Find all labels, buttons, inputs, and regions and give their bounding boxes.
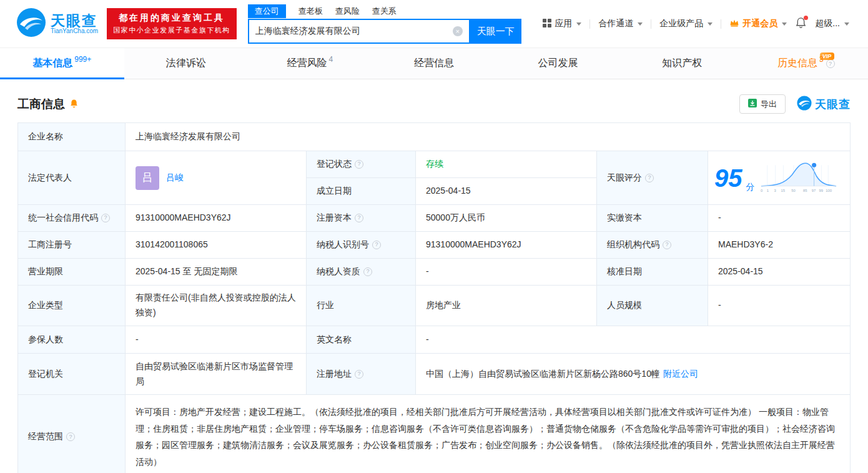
- nav-apps[interactable]: 应用: [543, 18, 581, 29]
- top-header: 天眼查 TianYanCha.com 都在用的商业查询工具 国家中小企业发展子基…: [0, 0, 868, 47]
- label-business-term: 营业期限: [18, 259, 126, 286]
- nav-divider: [589, 19, 590, 29]
- search-tab-risk[interactable]: 查风险: [335, 4, 360, 18]
- nav-user-menu[interactable]: 超级...: [815, 18, 849, 29]
- value-staff-size: -: [708, 286, 850, 326]
- value-english-name: -: [416, 326, 850, 354]
- section-title-text: 工商信息: [17, 96, 65, 112]
- svg-text:15: 15: [781, 188, 785, 192]
- label-paid-capital: 实缴资本: [597, 205, 708, 232]
- svg-text:99: 99: [819, 188, 823, 192]
- nav-open-vip-label: 开通会员: [742, 18, 777, 29]
- nav-apps-label: 应用: [555, 18, 572, 29]
- info-icon[interactable]: [101, 214, 110, 222]
- label-taxpayer-no: 纳税人识别号: [307, 232, 416, 259]
- search-tabs: 查公司 查老板 查风险 查关系: [248, 4, 521, 19]
- notification-bell[interactable]: [795, 17, 807, 31]
- tab-history-info[interactable]: VIP 历史信息 3: [744, 48, 868, 79]
- status-badge: 存续: [426, 157, 443, 172]
- value-business-scope: 许可项目：房地产开发经营；建设工程施工。（依法须经批准的项目，经相关部门批准后方…: [126, 395, 850, 473]
- label-reg-no: 工商注册号: [18, 232, 126, 259]
- tab-business-info[interactable]: 经营信息: [372, 48, 496, 79]
- export-button-label: 导出: [761, 99, 777, 110]
- value-industry: 房地产业: [416, 286, 597, 326]
- value-paid-capital: -: [708, 205, 850, 232]
- chevron-down-icon: [844, 22, 849, 26]
- svg-text:97: 97: [811, 188, 816, 192]
- search-tab-company[interactable]: 查公司: [248, 4, 286, 18]
- value-tianyan-score: 95 分 0 1 3: [708, 151, 850, 205]
- subscribe-bell-icon[interactable]: [69, 97, 79, 111]
- legal-rep-avatar[interactable]: 吕: [136, 166, 159, 190]
- info-icon[interactable]: [66, 432, 75, 441]
- value-credit-code: 91310000MAEHD3Y62J: [126, 205, 307, 232]
- nav-user-label: 超级...: [815, 18, 840, 29]
- export-button[interactable]: 导出: [739, 94, 786, 114]
- tianyancha-logo-icon: [16, 7, 46, 40]
- nearby-companies-link[interactable]: 附近公司: [663, 367, 698, 382]
- info-icon[interactable]: [826, 59, 835, 68]
- label-establish-date: 成立日期: [307, 178, 416, 205]
- tab-operating-risk-label: 经营风险: [287, 57, 327, 70]
- value-insured-num: -: [126, 326, 307, 354]
- nav-open-vip[interactable]: 开通会员: [729, 18, 787, 29]
- search-input-wrap: [248, 19, 470, 44]
- legal-rep-link[interactable]: 吕峻: [166, 171, 184, 186]
- label-credit-code: 统一社会信用代码: [18, 205, 126, 232]
- value-legal-rep: 吕 吕峻: [126, 151, 307, 205]
- info-icon[interactable]: [355, 370, 363, 379]
- search-tab-relation[interactable]: 查关系: [372, 4, 397, 18]
- search-tab-boss[interactable]: 查老板: [298, 4, 323, 18]
- label-company-name: 企业名称: [18, 123, 126, 151]
- value-reg-no: 310142001108065: [126, 232, 307, 259]
- company-tabs: 基本信息 999+ 法律诉讼 经营风险 4 经营信息 公司发展 知识产权 VIP…: [0, 47, 868, 79]
- business-info-table: 企业名称 上海临寰经济发展有限公司 法定代表人 吕 吕峻 登记状态 存续 天眼评…: [17, 122, 851, 473]
- tab-legal[interactable]: 法律诉讼: [124, 48, 249, 79]
- value-reg-address: 中国（上海）自由贸易试验区临港新片区新杨公路860号10幢 附近公司: [416, 354, 850, 395]
- grid-icon: [543, 19, 551, 29]
- clear-icon[interactable]: [453, 26, 463, 36]
- label-legal-rep: 法定代表人: [18, 151, 126, 205]
- watermark-logo: 天眼查: [797, 96, 851, 113]
- tab-intellectual-property[interactable]: 知识产权: [620, 48, 744, 79]
- label-reg-status: 登记状态: [307, 151, 416, 178]
- notification-dot: [804, 16, 808, 20]
- value-establish-date: 2025-04-15: [416, 178, 597, 205]
- svg-text:85: 85: [802, 188, 807, 192]
- info-icon[interactable]: [663, 241, 671, 249]
- value-approval-date: 2025-04-15: [708, 259, 850, 286]
- tab-company-development-label: 公司发展: [538, 57, 578, 70]
- info-icon[interactable]: [363, 267, 372, 276]
- search-button[interactable]: 天眼一下: [470, 19, 521, 44]
- info-icon[interactable]: [372, 241, 381, 249]
- tab-operating-risk[interactable]: 经营风险 4: [248, 48, 372, 79]
- label-tianyan-score: 天眼评分: [597, 151, 708, 205]
- tab-basic-info[interactable]: 基本信息 999+: [0, 48, 124, 79]
- info-icon[interactable]: [645, 174, 654, 182]
- watermark-logo-text: 天眼查: [815, 97, 851, 112]
- nav-enterprise[interactable]: 企业级产品: [659, 18, 713, 29]
- nav-divider: [651, 19, 651, 29]
- value-company-type: 有限责任公司(非自然人投资或控股的法人独资): [126, 286, 307, 326]
- logo-domain-text: TianYanCha.com: [51, 28, 98, 35]
- value-taxpayer-no: 91310000MAEHD3Y62J: [416, 232, 597, 259]
- value-business-term: 2025-04-15 至 无固定期限: [126, 259, 307, 286]
- nav-partner[interactable]: 合作通道: [598, 18, 643, 29]
- info-icon[interactable]: [355, 160, 363, 169]
- label-taxpayer-quality: 纳税人资质: [307, 259, 416, 286]
- watermark-logo-icon: [797, 96, 812, 113]
- tab-company-development[interactable]: 公司发展: [496, 48, 620, 79]
- label-insured-num: 参保人数: [18, 326, 126, 354]
- label-reg-capital: 注册资本: [307, 205, 416, 232]
- score-curve-chart: 0 1 3 15 50 85 97 99 100: [759, 157, 839, 199]
- nav-partner-label: 合作通道: [598, 18, 633, 29]
- chevron-down-icon: [576, 22, 581, 26]
- info-icon[interactable]: [355, 214, 363, 222]
- label-org-code: 组织机构代码: [597, 232, 708, 259]
- tianyancha-logo[interactable]: 天眼查 TianYanCha.com: [16, 7, 98, 40]
- logo-brand-text: 天眼查: [51, 13, 98, 28]
- search-input[interactable]: [255, 26, 453, 36]
- label-reg-authority: 登记机关: [18, 354, 126, 395]
- svg-text:0: 0: [760, 188, 762, 192]
- value-reg-capital: 50000万人民币: [416, 205, 597, 232]
